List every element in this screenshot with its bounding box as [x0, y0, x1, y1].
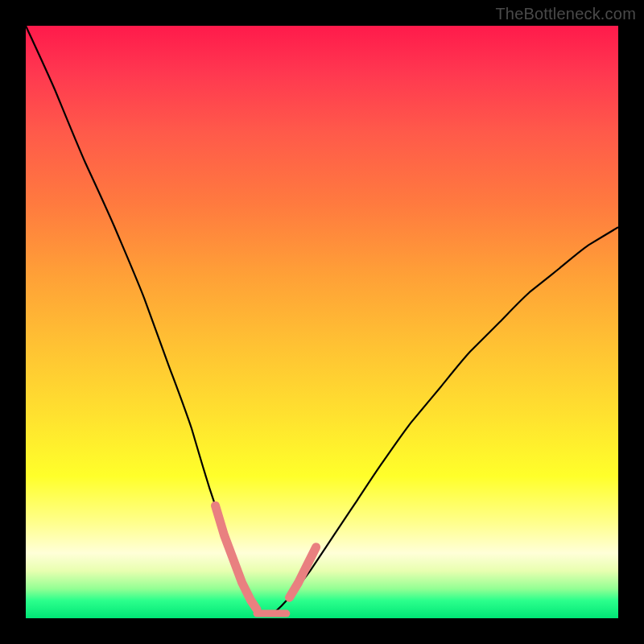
pink-dots-right: [290, 547, 316, 598]
bottleneck-curve: [26, 26, 618, 613]
pink-dots-left: [216, 506, 258, 609]
watermark-text: TheBottleneck.com: [495, 5, 636, 23]
chart-frame: TheBottleneck.com: [0, 0, 644, 644]
plot-area: [26, 26, 618, 618]
curve-layer: [26, 26, 618, 618]
